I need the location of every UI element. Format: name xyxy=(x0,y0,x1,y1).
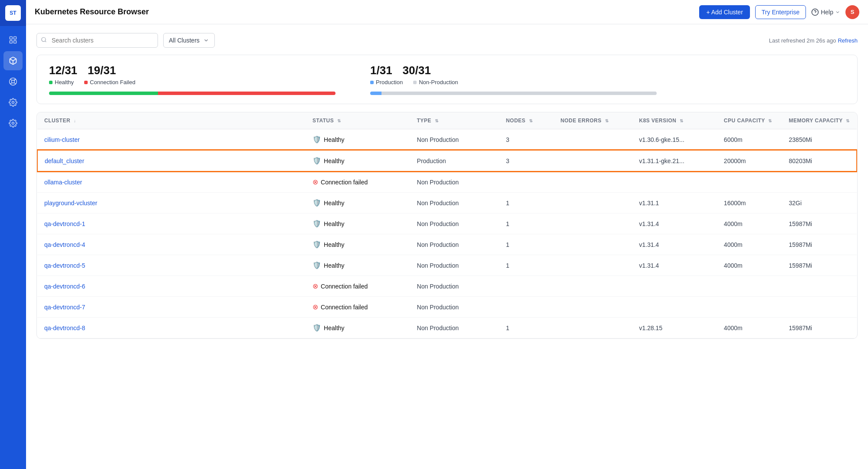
cell-status: ⊗ Connection failed xyxy=(306,276,410,297)
status-cell: ⊗ Connection failed xyxy=(312,303,403,311)
search-input[interactable] xyxy=(36,33,158,48)
production-dot xyxy=(370,81,374,84)
table-row[interactable]: qa-devtroncd-4 🛡️ Healthy Non Production… xyxy=(37,234,857,255)
sidebar-item-resources[interactable] xyxy=(3,51,23,70)
table-row[interactable]: ollama-cluster ⊗ Connection failed Non P… xyxy=(37,171,857,193)
col-header-type[interactable]: TYPE ⇅ xyxy=(410,112,499,129)
sidebar-item-settings[interactable] xyxy=(3,93,23,112)
cluster-filter-dropdown[interactable]: All Clusters xyxy=(163,33,215,48)
table-row[interactable]: default_cluster 🛡️ Healthy Production 3 … xyxy=(37,150,857,171)
healthy-bar xyxy=(49,92,158,95)
non-production-bar xyxy=(381,92,657,95)
production-labels: Production Non-Production xyxy=(370,79,657,85)
cluster-link[interactable]: playground-vcluster xyxy=(44,200,97,207)
col-header-status[interactable]: STATUS ⇅ xyxy=(306,112,410,129)
table-row[interactable]: qa-devtroncd-5 🛡️ Healthy Non Production… xyxy=(37,255,857,276)
cell-nodes: 3 xyxy=(499,150,554,171)
try-enterprise-button[interactable]: Try Enterprise xyxy=(755,5,806,19)
clusters-table: CLUSTER ↓ STATUS ⇅ TYPE ⇅ NODES ⇅ NODE E… xyxy=(37,112,857,338)
header: Kubernetes Resource Browser + Add Cluste… xyxy=(26,0,868,24)
healthy-dot xyxy=(49,81,53,84)
svg-point-6 xyxy=(12,80,15,83)
sidebar-item-network[interactable] xyxy=(3,72,23,91)
table-row[interactable]: cilium-cluster 🛡️ Healthy Non Production… xyxy=(37,129,857,151)
avatar[interactable]: S xyxy=(845,5,859,19)
cluster-link[interactable]: qa-devtroncd-4 xyxy=(44,241,85,248)
cell-cpu-capacity: 16000m xyxy=(717,193,782,213)
table-row[interactable]: qa-devtroncd-1 🛡️ Healthy Non Production… xyxy=(37,213,857,234)
table-row[interactable]: qa-devtroncd-6 ⊗ Connection failed Non P… xyxy=(37,276,857,297)
help-button[interactable]: Help xyxy=(811,8,840,16)
cluster-link[interactable]: ollama-cluster xyxy=(44,179,82,186)
production-label: Production xyxy=(370,79,403,85)
cell-cluster: cilium-cluster xyxy=(37,129,306,151)
non-production-count: 30/31 xyxy=(403,64,431,77)
col-header-cluster[interactable]: CLUSTER ↓ xyxy=(37,112,306,129)
cluster-link[interactable]: cilium-cluster xyxy=(44,136,80,143)
app-logo[interactable]: ST xyxy=(0,0,26,26)
search-icon xyxy=(41,37,47,44)
table-row[interactable]: playground-vcluster 🛡️ Healthy Non Produ… xyxy=(37,193,857,213)
sidebar-nav xyxy=(0,26,26,137)
cell-nodes: 1 xyxy=(499,234,554,255)
cluster-link[interactable]: qa-devtroncd-6 xyxy=(44,283,85,290)
non-production-dot xyxy=(413,81,417,84)
main-content: Kubernetes Resource Browser + Add Cluste… xyxy=(26,0,868,469)
cell-node-errors xyxy=(553,213,632,234)
col-header-k8s-version[interactable]: K8S VERSION ⇅ xyxy=(632,112,717,129)
svg-rect-3 xyxy=(14,41,16,43)
cell-cluster: qa-devtroncd-1 xyxy=(37,213,306,234)
refresh-link[interactable]: Refresh xyxy=(838,37,858,44)
col-header-node-errors[interactable]: NODE ERRORS ⇅ xyxy=(553,112,632,129)
chevron-down-icon xyxy=(203,37,209,43)
table-row[interactable]: qa-devtroncd-8 🛡️ Healthy Non Production… xyxy=(37,318,857,338)
failed-status-icon: ⊗ xyxy=(312,303,318,311)
cell-cluster: qa-devtroncd-5 xyxy=(37,255,306,276)
cell-cpu-capacity xyxy=(717,297,782,318)
page-title: Kubernetes Resource Browser xyxy=(35,7,694,16)
healthy-status-icon: 🛡️ xyxy=(312,220,321,228)
cell-k8s-version: v1.31.4 xyxy=(632,213,717,234)
health-labels: Healthy Connection Failed xyxy=(49,79,335,85)
svg-line-7 xyxy=(10,79,12,81)
cell-node-errors xyxy=(553,297,632,318)
chevron-down-icon xyxy=(835,10,840,15)
cluster-link[interactable]: default_cluster xyxy=(45,157,84,164)
cell-k8s-version xyxy=(632,276,717,297)
failed-label: Connection Failed xyxy=(84,79,135,85)
cluster-link[interactable]: qa-devtroncd-8 xyxy=(44,325,85,331)
svg-line-10 xyxy=(14,79,15,81)
cell-cluster: default_cluster xyxy=(37,150,306,171)
cell-memory-capacity: 15987Mi xyxy=(782,318,857,338)
col-header-memory-capacity[interactable]: MEMORY CAPACITY ⇅ xyxy=(782,112,857,129)
cluster-link[interactable]: qa-devtroncd-7 xyxy=(44,304,85,311)
status-cell: 🛡️ Healthy xyxy=(312,199,403,207)
sidebar-item-dashboard[interactable] xyxy=(3,30,23,49)
healthy-status-icon: 🛡️ xyxy=(312,324,321,332)
cluster-link[interactable]: qa-devtroncd-5 xyxy=(44,262,85,269)
col-header-cpu-capacity[interactable]: CPU CAPACITY ⇅ xyxy=(717,112,782,129)
cell-type: Non Production xyxy=(410,318,499,338)
cell-type: Non Production xyxy=(410,255,499,276)
sidebar-item-settings2[interactable] xyxy=(3,114,23,133)
sidebar: ST xyxy=(0,0,26,469)
cell-memory-capacity: 32Gi xyxy=(782,193,857,213)
stats-card: 12/31 19/31 Healthy Connection Failed xyxy=(36,55,858,104)
cell-cpu-capacity xyxy=(717,171,782,193)
cell-status: 🛡️ Healthy xyxy=(306,129,410,151)
table-row[interactable]: qa-devtroncd-7 ⊗ Connection failed Non P… xyxy=(37,297,857,318)
cell-node-errors xyxy=(553,171,632,193)
failed-count: 19/31 xyxy=(88,64,116,77)
add-cluster-button[interactable]: + Add Cluster xyxy=(699,5,750,19)
cell-nodes: 1 xyxy=(499,255,554,276)
cell-status: 🛡️ Healthy xyxy=(306,255,410,276)
svg-rect-1 xyxy=(14,37,16,39)
cell-type: Non Production xyxy=(410,129,499,151)
col-header-nodes[interactable]: NODES ⇅ xyxy=(499,112,554,129)
cell-cluster: qa-devtroncd-8 xyxy=(37,318,306,338)
cluster-link[interactable]: qa-devtroncd-1 xyxy=(44,220,85,227)
refresh-info: Last refreshed 2m 26s ago Refresh xyxy=(769,37,858,44)
cell-type: Non Production xyxy=(410,276,499,297)
cell-k8s-version: v1.30.6-gke.15... xyxy=(632,129,717,151)
health-stats: 12/31 19/31 Healthy Connection Failed xyxy=(49,64,335,95)
